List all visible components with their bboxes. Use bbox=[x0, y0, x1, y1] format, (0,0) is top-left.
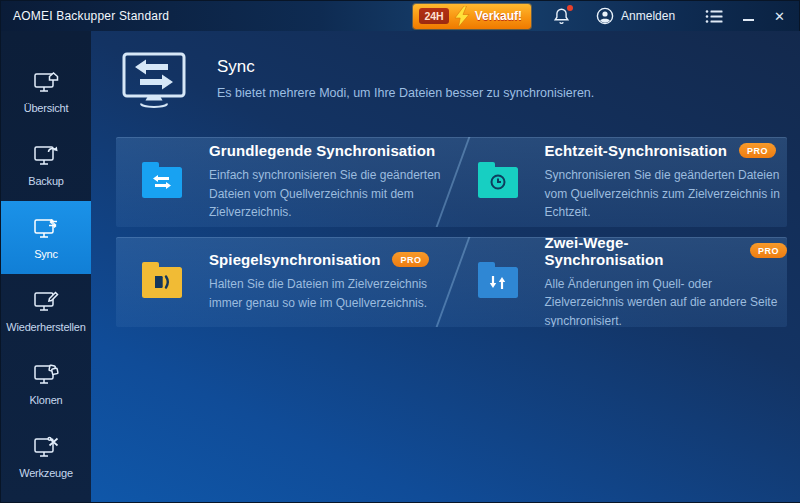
sidebar-item-backup[interactable]: Backup bbox=[1, 128, 91, 201]
pro-badge: PRO bbox=[739, 143, 776, 158]
login-button[interactable]: Anmelden bbox=[596, 7, 675, 25]
page-title: Sync bbox=[217, 57, 594, 77]
page-header-text: Sync Es bietet mehrere Modi, um Ihre Dat… bbox=[217, 51, 594, 100]
notification-badge bbox=[567, 5, 573, 11]
card-basic-sync[interactable]: Grundlegende Synchronisation Einfach syn… bbox=[116, 137, 452, 227]
user-icon bbox=[596, 7, 614, 25]
sale-button[interactable]: 24H Verkauf! bbox=[413, 4, 531, 29]
title-bar: AOMEI Backupper Standard 24H Verkauf! bbox=[1, 1, 799, 31]
card-mirror-sync[interactable]: Spiegelsynchronisation PRO Halten Sie di… bbox=[116, 237, 452, 327]
sidebar-item-klonen[interactable]: Klonen bbox=[1, 347, 91, 420]
card-title: Echtzeit-Synchronisation bbox=[545, 142, 727, 159]
mirror-sync-folder-icon bbox=[142, 267, 182, 298]
minimize-button[interactable] bbox=[743, 9, 754, 23]
card-description: Alle Änderungen im Quell- oder Zielverze… bbox=[545, 275, 788, 327]
sidebar-label: Sync bbox=[34, 248, 58, 260]
page-header: Sync Es bietet mehrere Modi, um Ihre Dat… bbox=[116, 51, 787, 109]
monitor-backup-arrow-icon bbox=[32, 143, 60, 169]
sidebar-label: Klonen bbox=[29, 394, 62, 406]
sale-label: Verkauf! bbox=[475, 9, 522, 23]
app-window: AOMEI Backupper Standard 24H Verkauf! bbox=[0, 0, 800, 503]
monitor-clone-icon bbox=[32, 362, 60, 388]
app-title: AOMEI Backupper Standard bbox=[13, 9, 169, 23]
card-realtime-sync[interactable]: Echtzeit-Synchronisation PRO Synchronisi… bbox=[452, 137, 788, 227]
sale-24h-tag: 24H bbox=[419, 8, 448, 24]
sync-mode-cards: Grundlegende Synchronisation Einfach syn… bbox=[116, 137, 787, 327]
sidebar-label: Übersicht bbox=[24, 102, 69, 114]
sync-monitor-large-icon bbox=[121, 51, 187, 109]
sidebar-label: Wiederherstellen bbox=[6, 321, 85, 333]
sidebar-item-wiederherstellen[interactable]: Wiederherstellen bbox=[1, 274, 91, 347]
sidebar: Übersicht Backup bbox=[1, 31, 91, 502]
realtime-sync-folder-clock-icon bbox=[478, 167, 518, 198]
card-title: Spiegelsynchronisation bbox=[209, 251, 380, 268]
card-text: Zwei-Wege-Synchronisation PRO Alle Änder… bbox=[545, 237, 788, 327]
card-text: Spiegelsynchronisation PRO Halten Sie di… bbox=[209, 251, 452, 312]
notifications-button[interactable] bbox=[553, 7, 570, 25]
card-text: Echtzeit-Synchronisation PRO Synchronisi… bbox=[545, 142, 788, 222]
close-button[interactable]: ✕ bbox=[774, 10, 785, 23]
card-two-way-sync[interactable]: Zwei-Wege-Synchronisation PRO Alle Änder… bbox=[452, 237, 788, 327]
minimize-icon bbox=[743, 19, 754, 21]
sidebar-item-werkzeuge[interactable]: Werkzeuge bbox=[1, 420, 91, 493]
page-subtitle: Es bietet mehrere Modi, um Ihre Dateien … bbox=[217, 86, 594, 100]
titlebar-actions: 24H Verkauf! bbox=[413, 4, 789, 29]
card-description: Synchronisieren Sie die geänderten Datei… bbox=[545, 166, 788, 222]
two-way-sync-folder-arrows-icon bbox=[478, 267, 518, 298]
basic-sync-folder-icon bbox=[142, 167, 182, 198]
card-row-1: Grundlegende Synchronisation Einfach syn… bbox=[116, 137, 787, 227]
card-title: Grundlegende Synchronisation bbox=[209, 142, 435, 159]
sidebar-item-uebersicht[interactable]: Übersicht bbox=[1, 55, 91, 128]
card-title: Zwei-Wege-Synchronisation bbox=[545, 237, 738, 268]
monitor-sync-arrows-icon bbox=[32, 216, 60, 242]
pro-badge: PRO bbox=[750, 243, 787, 258]
card-description: Halten Sie die Dateien im Zielverzeichni… bbox=[209, 275, 452, 312]
pro-badge: PRO bbox=[392, 252, 429, 267]
card-row-2: Spiegelsynchronisation PRO Halten Sie di… bbox=[116, 237, 787, 327]
sidebar-item-sync[interactable]: Sync bbox=[1, 201, 91, 274]
monitor-home-icon bbox=[32, 70, 60, 96]
sidebar-label: Werkzeuge bbox=[19, 467, 73, 479]
login-label: Anmelden bbox=[621, 9, 675, 23]
monitor-tools-icon bbox=[32, 435, 60, 461]
lightning-icon bbox=[454, 6, 470, 27]
card-text: Grundlegende Synchronisation Einfach syn… bbox=[209, 142, 452, 222]
main-panel: Sync Es bietet mehrere Modi, um Ihre Dat… bbox=[91, 31, 800, 502]
card-description: Einfach synchronisieren Sie die geändert… bbox=[209, 166, 452, 222]
list-menu-icon[interactable] bbox=[705, 9, 723, 24]
monitor-restore-icon bbox=[32, 289, 60, 315]
sidebar-label: Backup bbox=[28, 175, 64, 187]
